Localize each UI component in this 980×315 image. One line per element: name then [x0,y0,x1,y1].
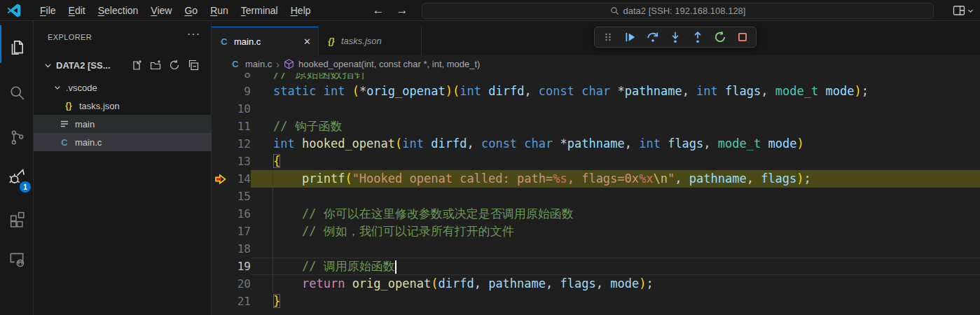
code-line-10[interactable]: 10 [212,100,980,118]
line-content[interactable]: { [251,153,980,170]
line-content[interactable]: // 钩子函数 [251,118,980,135]
new-file-icon[interactable] [131,59,142,71]
code-line-8[interactable]: 8// 原始函数指针 [212,73,980,83]
line-number[interactable]: 16 [230,205,251,223]
line-content[interactable]: static int (*orig_openat)(int dirfd, con… [251,83,980,100]
collapse-all-icon[interactable] [188,59,199,71]
line-number[interactable]: 20 [230,275,251,293]
code-editor[interactable]: 8// 原始函数指针9static int (*orig_openat)(int… [212,73,980,315]
glyph-margin[interactable] [212,258,230,275]
glyph-margin[interactable] [212,223,230,240]
stop-icon[interactable] [733,28,752,46]
line-content[interactable] [251,100,980,118]
step-out-icon[interactable] [688,28,708,46]
back-arrow-icon[interactable]: ← [370,4,387,18]
line-content[interactable] [251,188,980,205]
glyph-margin[interactable] [212,188,230,205]
code-line-13[interactable]: 13{ [212,153,980,170]
code-line-18[interactable]: 18 [212,240,980,258]
glyph-margin[interactable] [212,205,230,223]
line-number[interactable]: 9 [230,83,251,100]
forward-arrow-icon[interactable]: → [394,4,410,18]
current-line-breakpoint-icon[interactable] [212,170,230,188]
line-content[interactable]: int hooked_openat(int dirfd, const char … [251,135,980,153]
code-line-9[interactable]: 9static int (*orig_openat)(int dirfd, co… [212,83,980,100]
restart-icon[interactable] [710,28,730,46]
line-content[interactable]: // 调用原始函数 [251,258,980,275]
glyph-margin[interactable] [212,275,230,293]
sidebar-item-main-c[interactable]: C main.c [34,133,212,151]
code-line-14[interactable]: 14 printf("Hooked openat called: path=%s… [212,170,980,188]
line-number[interactable]: 13 [230,153,251,170]
code-line-17[interactable]: 17 // 例如，我们可以记录所有打开的文件 [212,223,980,240]
code-line-12[interactable]: 12int hooked_openat(int dirfd, const cha… [212,135,980,153]
tab-main-c[interactable]: C main.c ✕ [212,27,319,55]
line-content[interactable]: // 你可以在这里修改参数或决定是否调用原始函数 [251,205,980,223]
run-and-debug-icon[interactable]: 1 [0,163,34,191]
sidebar-item-tasks-json[interactable]: {} tasks.json [34,97,212,115]
code-line-21[interactable]: 21} [212,293,980,310]
line-content[interactable]: // 例如，我们可以记录所有打开的文件 [251,223,980,240]
explorer-icon[interactable] [0,33,34,61]
continue-icon[interactable] [621,28,640,46]
line-number[interactable]: 14 [230,170,251,188]
line-number[interactable]: 11 [230,118,251,135]
line-content[interactable] [251,240,980,258]
command-center[interactable]: data2 [SSH: 192.168.108.128] [422,3,934,19]
glyph-margin[interactable] [212,135,230,153]
line-number[interactable]: 18 [230,240,251,258]
explorer-root-folder[interactable]: DATA2 [SS... [34,57,212,74]
line-content[interactable]: } [251,293,980,310]
menu-edit[interactable]: Edit [62,3,92,18]
search-view-icon[interactable] [0,78,34,106]
glyph-margin[interactable] [212,100,230,118]
line-number[interactable]: 19 [230,258,251,275]
glyph-margin[interactable] [212,240,230,258]
menu-file[interactable]: File [34,3,62,18]
menu-view[interactable]: View [144,3,178,18]
code-line-15[interactable]: 15 [212,188,980,205]
extensions-icon[interactable] [0,205,34,233]
breadcrumb-symbol[interactable]: hooked_openat(int, const char *, int, mo… [298,59,480,69]
menu-run[interactable]: Run [204,3,235,18]
menu-selection[interactable]: Selection [92,3,145,18]
glyph-margin[interactable] [212,83,230,100]
line-content[interactable]: // 原始函数指针 [251,73,980,83]
line-number[interactable]: 15 [230,188,251,205]
line-number[interactable]: 17 [230,223,251,240]
breadcrumb-file[interactable]: main.c [245,59,272,69]
step-over-icon[interactable] [643,28,663,46]
line-number[interactable]: 10 [230,100,251,118]
line-content[interactable]: printf("Hooked openat called: path=%s, f… [251,170,980,188]
new-folder-icon[interactable] [150,59,161,71]
sidebar-item-main[interactable]: main [34,115,212,133]
c-file-icon: C [230,59,241,69]
glyph-margin[interactable] [212,153,230,170]
line-content[interactable]: return orig_openat(dirfd, pathname, flag… [251,275,980,293]
code-line-20[interactable]: 20 return orig_openat(dirfd, pathname, f… [212,275,980,293]
glyph-margin[interactable] [212,118,230,135]
more-actions-icon[interactable]: ··· [187,28,200,41]
sidebar-item-vscode-folder[interactable]: .vscode [34,78,212,97]
close-tab-icon[interactable]: ✕ [303,36,311,47]
line-number[interactable]: 12 [230,135,251,153]
customize-layout-button[interactable] [953,0,974,21]
code-line-16[interactable]: 16 // 你可以在这里修改参数或决定是否调用原始函数 [212,205,980,223]
gripper-icon[interactable] [598,28,618,46]
text-cursor [395,260,396,274]
refresh-icon[interactable] [169,59,180,71]
indent-guide [272,170,273,293]
glyph-margin[interactable] [212,73,230,83]
remote-explorer-icon[interactable] [0,245,34,273]
menu-help[interactable]: Help [284,3,317,18]
line-number[interactable]: 21 [230,293,251,310]
line-number[interactable]: 8 [230,73,251,83]
glyph-margin[interactable] [212,293,230,310]
source-control-icon[interactable] [0,123,34,151]
code-line-11[interactable]: 11// 钩子函数 [212,118,980,135]
tab-tasks-json[interactable]: {} tasks.json [319,27,422,55]
step-into-icon[interactable] [665,28,685,46]
menu-terminal[interactable]: Terminal [235,3,284,18]
menu-go[interactable]: Go [178,3,204,18]
code-line-19[interactable]: 19 // 调用原始函数 [212,258,980,275]
